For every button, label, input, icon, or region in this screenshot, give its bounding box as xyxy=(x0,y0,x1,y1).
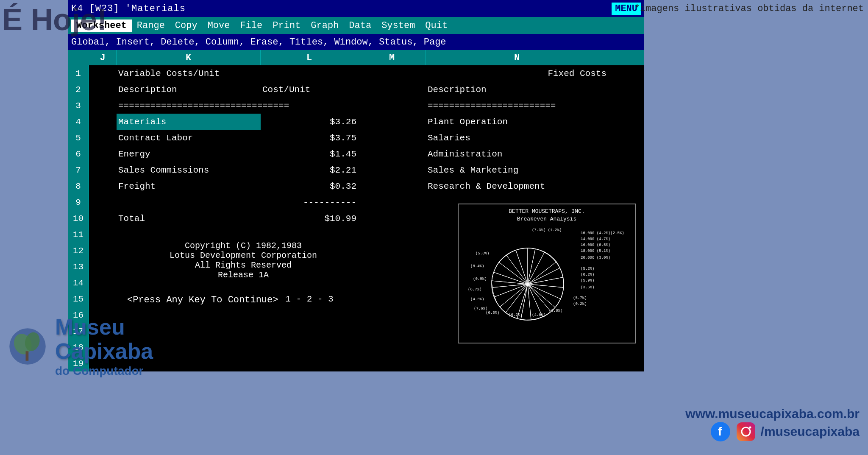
cell-m4[interactable] xyxy=(358,114,426,130)
submenu-text: Global, Insert, Delete, Column, Erase, T… xyxy=(71,37,446,47)
menu-print[interactable]: Print xyxy=(267,20,306,32)
cell-j13[interactable] xyxy=(89,259,117,275)
cell-m13[interactable] xyxy=(358,259,426,275)
cell-m10[interactable] xyxy=(358,210,426,226)
cell-j4[interactable] xyxy=(89,114,117,130)
cell-k10[interactable]: Total xyxy=(117,210,261,226)
cell-j12[interactable] xyxy=(89,243,117,259)
cell-l3[interactable] xyxy=(261,98,358,114)
table-row[interactable]: 1Variable Costs/UnitFixed Costs xyxy=(68,65,644,81)
cell-l6[interactable]: $1.45 xyxy=(261,146,358,162)
menu-graph[interactable]: Graph xyxy=(306,20,344,32)
cell-l18[interactable] xyxy=(261,339,358,355)
cell-k4[interactable]: Materials xyxy=(117,114,261,130)
cell-j10[interactable] xyxy=(89,210,117,226)
cell-l17[interactable] xyxy=(261,323,358,339)
social-watermark: f /museucapixaba xyxy=(710,421,860,442)
hoje-overlay: É Hoje! xyxy=(2,2,107,37)
cell-n5[interactable]: Salaries xyxy=(426,130,608,146)
cell-k9[interactable] xyxy=(117,194,261,210)
cell-l2[interactable]: Cost/Unit xyxy=(261,81,358,98)
cell-n1[interactable]: Fixed Costs xyxy=(426,65,608,81)
cell-n8[interactable]: Research & Development xyxy=(426,178,608,194)
cell-l1[interactable] xyxy=(261,65,358,81)
svg-text:(5.0%): (5.0%) xyxy=(476,251,489,256)
cell-l7[interactable]: $2.21 xyxy=(261,162,358,178)
cell-m17[interactable] xyxy=(358,323,426,339)
cell-m2[interactable] xyxy=(358,81,426,98)
cell-m12[interactable] xyxy=(358,243,426,259)
cell-m9[interactable] xyxy=(358,194,426,210)
table-row[interactable]: 4Materials$3.26Plant Operation xyxy=(68,114,644,130)
cell-j8[interactable] xyxy=(89,178,117,194)
cell-l16[interactable] xyxy=(261,307,358,323)
cell-n3[interactable]: ======================== xyxy=(426,98,608,114)
cell-l10[interactable]: $10.99 xyxy=(261,210,358,226)
cell-n7[interactable]: Sales & Marketing xyxy=(426,162,608,178)
museum-logo-area: MuseuCapixaba do Computador xyxy=(8,315,153,378)
chart-svg-area: (7.3%) (1.2%) 10,000 (4.2%)(2.5%) 14,000… xyxy=(462,225,632,339)
cell-k2[interactable]: Description xyxy=(117,81,261,98)
table-row[interactable]: 7Sales Commissions$2.21Sales & Marketing xyxy=(68,162,644,178)
cell-k8[interactable]: Freight xyxy=(117,178,261,194)
cell-n19[interactable] xyxy=(426,355,608,371)
cell-k11[interactable] xyxy=(117,226,261,243)
cell-j7[interactable] xyxy=(89,162,117,178)
cell-m19[interactable] xyxy=(358,355,426,371)
menu-quit[interactable]: Quit xyxy=(420,20,453,32)
col-header-m: M xyxy=(358,50,426,65)
menu-range[interactable]: Range xyxy=(132,20,170,32)
table-row[interactable]: 3=======================================… xyxy=(68,98,644,114)
menu-data[interactable]: Data xyxy=(344,20,376,32)
cell-m3[interactable] xyxy=(358,98,426,114)
cell-j2[interactable] xyxy=(89,81,117,98)
cell-m1[interactable] xyxy=(358,65,426,81)
cell-m6[interactable] xyxy=(358,146,426,162)
svg-text:(5.7%): (5.7%) xyxy=(573,296,587,300)
museum-overlay: MuseuCapixaba do Computador xyxy=(0,311,212,455)
cell-k7[interactable]: Sales Commissions xyxy=(117,162,261,178)
cell-m5[interactable] xyxy=(358,130,426,146)
cell-j3[interactable] xyxy=(89,98,117,114)
table-row[interactable]: 6Energy$1.45Administration xyxy=(68,146,644,162)
cell-m11[interactable] xyxy=(358,226,426,243)
cell-m8[interactable] xyxy=(358,178,426,194)
menu-file[interactable]: File xyxy=(235,20,267,32)
cell-k1[interactable]: Variable Costs/Unit xyxy=(117,65,261,81)
cell-m7[interactable] xyxy=(358,162,426,178)
table-row[interactable]: 2DescriptionCost/UnitDescription xyxy=(68,81,644,98)
cell-n6[interactable]: Administration xyxy=(426,146,608,162)
cell-j15[interactable] xyxy=(89,291,117,307)
cell-l11[interactable] xyxy=(261,226,358,243)
cell-m14[interactable] xyxy=(358,275,426,291)
cell-m16[interactable] xyxy=(358,307,426,323)
cell-j1[interactable] xyxy=(89,65,117,81)
menu-system[interactable]: System xyxy=(376,20,420,32)
cell-k3[interactable]: ================================ xyxy=(117,98,261,114)
menu-move[interactable]: Move xyxy=(203,20,235,32)
copyright-line3: All Rights Reserved xyxy=(170,260,317,270)
table-row[interactable]: 5Contract Labor$3.75Salaries xyxy=(68,130,644,146)
museum-icon xyxy=(8,327,47,366)
table-row[interactable]: 8Freight$0.32Research & Development xyxy=(68,178,644,194)
cell-l5[interactable]: $3.75 xyxy=(261,130,358,146)
menu-copy[interactable]: Copy xyxy=(170,20,203,32)
cell-l4[interactable]: $3.26 xyxy=(261,114,358,130)
cell-l8[interactable]: $0.32 xyxy=(261,178,358,194)
cell-j6[interactable] xyxy=(89,146,117,162)
cell-l19[interactable] xyxy=(261,355,358,371)
cell-j14[interactable] xyxy=(89,275,117,291)
cell-k6[interactable]: Energy xyxy=(117,146,261,162)
cell-l9[interactable]: ---------- xyxy=(261,194,358,210)
cell-n4[interactable]: Plant Operation xyxy=(426,114,608,130)
cell-j9[interactable] xyxy=(89,194,117,210)
svg-text:(6.8%): (6.8%) xyxy=(549,309,562,313)
col-header-l: L xyxy=(261,50,358,65)
cell-m15[interactable] xyxy=(358,291,426,307)
cell-n2[interactable]: Description xyxy=(426,81,608,98)
cell-j5[interactable] xyxy=(89,130,117,146)
cell-m18[interactable] xyxy=(358,339,426,355)
cell-j11[interactable] xyxy=(89,226,117,243)
row-num-2: 2 xyxy=(68,81,89,98)
cell-k5[interactable]: Contract Labor xyxy=(117,130,261,146)
